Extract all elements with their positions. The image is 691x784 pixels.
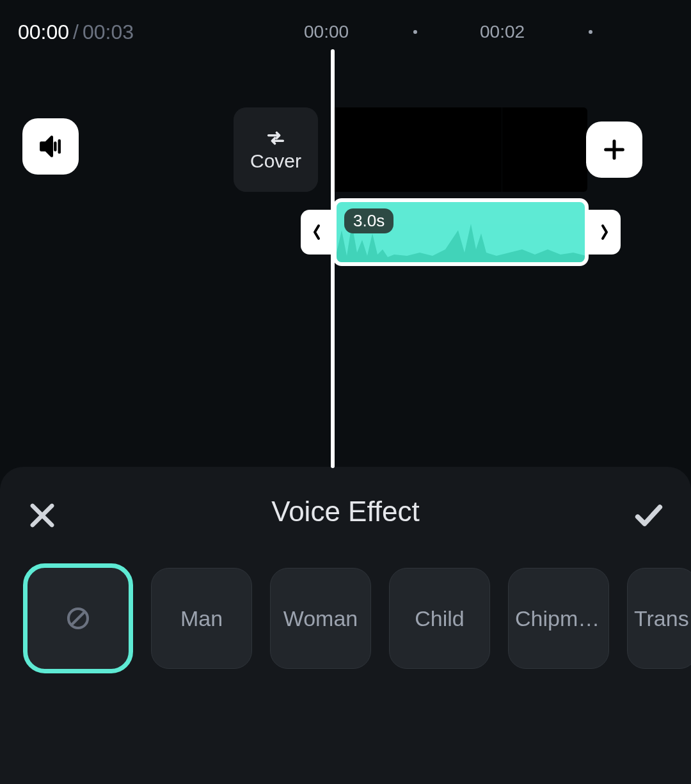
cover-thumbnail	[234, 107, 318, 192]
playback-time-current: 00:00	[18, 20, 69, 44]
panel-title: Voice Effect	[271, 496, 420, 528]
speaker-icon	[36, 132, 65, 161]
check-icon	[632, 499, 665, 532]
cover-button[interactable]: Cover	[234, 107, 318, 192]
confirm-button[interactable]	[632, 499, 665, 535]
ruler-tick	[413, 30, 417, 34]
video-frame	[331, 107, 417, 192]
none-icon	[65, 606, 91, 631]
add-clip-button[interactable]	[586, 122, 642, 178]
audio-duration-badge: 3.0s	[344, 208, 393, 233]
effect-options: Man Woman Child Chipmu… Trans	[23, 568, 691, 673]
video-frame	[417, 107, 502, 192]
effect-label: Trans	[634, 606, 690, 631]
effect-man[interactable]: Man	[151, 568, 252, 669]
svg-marker-16	[41, 137, 52, 155]
svg-line-24	[72, 612, 84, 625]
playhead[interactable]	[331, 49, 335, 468]
effect-transformer[interactable]: Trans	[627, 568, 691, 669]
cover-label: Cover	[250, 150, 301, 172]
close-icon	[26, 499, 59, 532]
effect-child[interactable]: Child	[389, 568, 490, 669]
mute-button[interactable]	[22, 118, 79, 175]
ruler-mark-1: 00:02	[480, 22, 525, 42]
playback-time-total: 00:03	[83, 20, 134, 44]
video-clip[interactable]	[331, 107, 587, 192]
audio-trim-right-handle[interactable]	[589, 210, 621, 255]
chevron-right-icon	[600, 223, 609, 241]
swap-icon	[265, 127, 287, 149]
audio-clip[interactable]: 3.0s	[333, 198, 589, 266]
ruler-mark-0: 00:00	[304, 22, 349, 42]
effect-label: Child	[396, 606, 483, 631]
plus-icon	[601, 137, 627, 162]
chevron-left-icon	[312, 223, 321, 241]
effect-label: Woman	[277, 606, 364, 631]
playback-time-separator: /	[73, 20, 79, 44]
effect-chipmunk[interactable]: Chipmu…	[508, 568, 609, 669]
audio-trim-left-handle[interactable]	[301, 210, 333, 255]
voice-effect-panel: Voice Effect Man Woman Child Chipmu… Tra…	[0, 467, 691, 784]
effect-none[interactable]	[23, 563, 133, 673]
effect-woman[interactable]: Woman	[270, 568, 371, 669]
effect-label: Man	[158, 606, 245, 631]
close-button[interactable]	[26, 499, 59, 535]
effect-label: Chipmu…	[515, 606, 602, 631]
video-frame	[502, 107, 587, 192]
ruler-tick	[589, 30, 592, 34]
